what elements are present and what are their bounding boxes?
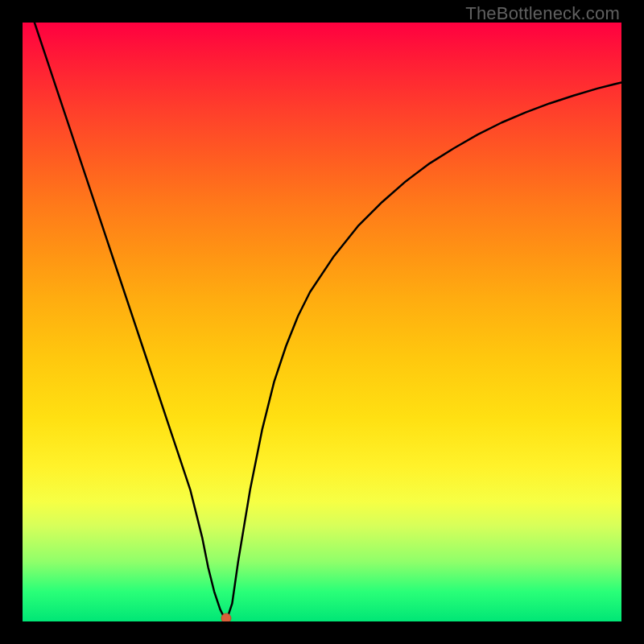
- chart-frame: TheBottleneck.com: [0, 0, 644, 644]
- bottleneck-curve: [35, 23, 621, 621]
- plot-area: [23, 23, 621, 621]
- minimum-marker: [221, 613, 231, 621]
- curve-svg: [23, 23, 621, 621]
- watermark-text: TheBottleneck.com: [465, 3, 620, 24]
